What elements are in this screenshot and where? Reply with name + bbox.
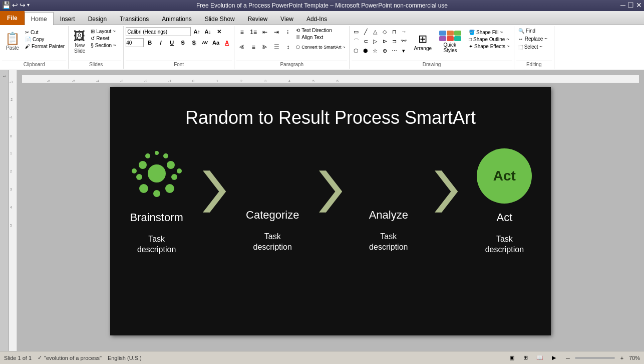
copy-button[interactable]: 📄 Copy: [24, 36, 66, 43]
draw-shape8-button[interactable]: ⊳: [380, 37, 389, 46]
slideshow-button[interactable]: ▶: [549, 353, 559, 362]
bullets-button[interactable]: ≡: [236, 27, 247, 37]
numbering-button[interactable]: 1≡: [248, 27, 259, 37]
shape-fill-button[interactable]: 🪣 Shape Fill ~: [467, 29, 512, 36]
svg-point-2: [167, 161, 175, 169]
slide[interactable]: Random to Result Process SmartArt: [110, 87, 551, 335]
zoom-control: ─ + 70%: [563, 353, 640, 362]
save-icon[interactable]: 💾: [2, 1, 11, 9]
font-size-input[interactable]: [126, 38, 144, 47]
font-color-button[interactable]: A: [222, 38, 232, 47]
align-text-button[interactable]: ≣ Align Text: [294, 34, 334, 41]
section-button[interactable]: § Section ~: [89, 42, 118, 49]
svg-marker-15: [435, 171, 458, 213]
draw-line-button[interactable]: ╱: [361, 27, 370, 36]
tab-transitions[interactable]: Transitions: [113, 12, 155, 25]
shape-outline-button[interactable]: □ Shape Outline ~: [467, 36, 512, 43]
cut-button[interactable]: ✂ Cut: [24, 29, 66, 36]
decrease-indent-button[interactable]: ⇤: [259, 27, 270, 37]
draw-shape11-button[interactable]: ⬡: [352, 46, 361, 55]
draw-shape10-button[interactable]: ⌤: [399, 37, 408, 46]
replace-button[interactable]: ↔ Replace ~: [516, 35, 549, 43]
draw-shape2-button[interactable]: △: [371, 27, 380, 36]
language-info[interactable]: English (U.S.): [108, 355, 142, 361]
step-analyze: Analyze Taskdescription: [342, 146, 435, 253]
tab-view[interactable]: View: [274, 12, 300, 25]
tab-insert[interactable]: Insert: [54, 12, 82, 25]
change-case-button[interactable]: Aa: [211, 38, 221, 47]
tab-animations[interactable]: Animations: [155, 12, 198, 25]
draw-shape3-button[interactable]: ◇: [380, 27, 389, 36]
increase-indent-button[interactable]: ⇥: [271, 27, 282, 37]
select-button[interactable]: ⬚ Select ~: [516, 43, 549, 51]
font-shrink-button[interactable]: A↓: [203, 27, 213, 36]
draw-shape5-button[interactable]: ⌒: [352, 37, 361, 46]
redo-icon[interactable]: ↪: [20, 1, 26, 9]
zoom-out-button[interactable]: ─: [563, 353, 573, 362]
underline-button[interactable]: U: [167, 38, 177, 47]
text-direction-button[interactable]: ⟲ Text Direction: [294, 27, 334, 34]
align-center-button[interactable]: ≡: [248, 42, 259, 52]
tab-file[interactable]: File: [0, 11, 25, 25]
italic-button[interactable]: I: [156, 38, 166, 47]
font-grow-button[interactable]: A↑: [192, 27, 202, 36]
clear-format-button[interactable]: ✕: [214, 27, 224, 36]
find-button[interactable]: 🔍 Find: [516, 27, 549, 35]
columns-button[interactable]: ⫶: [282, 27, 293, 37]
close-icon[interactable]: ✕: [636, 1, 642, 9]
font-name-input[interactable]: [126, 27, 191, 36]
zoom-slider[interactable]: [575, 357, 615, 359]
format-painter-button[interactable]: 🖌 Format Painter: [24, 43, 66, 50]
customize-qat-icon[interactable]: ▾: [27, 1, 30, 9]
draw-arrow-button[interactable]: →: [399, 27, 408, 36]
draw-shape4-button[interactable]: ⊓: [390, 27, 399, 36]
tab-design[interactable]: Design: [82, 12, 113, 25]
svg-point-7: [145, 153, 150, 158]
title-bar-text: Free Evolution of a Process PowerPoint T…: [196, 2, 448, 10]
tab-addins[interactable]: Add-Ins: [300, 12, 334, 25]
slide-sorter-button[interactable]: ⊞: [521, 353, 531, 362]
strikethrough-button[interactable]: S: [178, 38, 188, 47]
draw-shape9-button[interactable]: ⊐: [390, 37, 399, 46]
draw-shape13-button[interactable]: ☆: [371, 46, 380, 55]
new-slide-button[interactable]: 🖼 New Slide: [71, 27, 89, 56]
justify-button[interactable]: ☰: [271, 42, 282, 52]
arrange-button[interactable]: ⊞ Arrange: [411, 27, 435, 56]
draw-rect-button[interactable]: ▭: [352, 27, 361, 36]
undo-icon[interactable]: ↩: [12, 1, 18, 9]
draw-shape7-button[interactable]: ▷: [371, 37, 380, 46]
layout-button[interactable]: ⊞ Layout ~: [89, 28, 118, 35]
reset-button[interactable]: ↺ Reset: [89, 35, 118, 42]
restore-icon[interactable]: ☐: [627, 1, 634, 9]
minimize-icon[interactable]: ─: [620, 1, 625, 9]
reading-view-button[interactable]: 📖: [535, 353, 545, 362]
reset-label: Reset: [96, 36, 109, 41]
shadow-button[interactable]: S: [189, 38, 199, 47]
draw-shape6-button[interactable]: ⊂: [361, 37, 370, 46]
paste-button[interactable]: 📋 Paste: [2, 27, 23, 56]
svg-point-9: [155, 151, 159, 155]
tab-home[interactable]: Home: [25, 12, 54, 25]
quick-styles-button[interactable]: QuickStyles: [436, 27, 464, 56]
bold-button[interactable]: B: [145, 38, 155, 47]
convert-smartart-button[interactable]: ⬡ Convert to SmartArt ~: [294, 42, 347, 52]
line-spacing-button[interactable]: ↕: [282, 42, 293, 52]
slide-title: Random to Result Process SmartArt: [110, 87, 551, 128]
draw-more-button[interactable]: ▾: [399, 46, 408, 55]
tab-slideshow[interactable]: Slide Show: [198, 12, 241, 25]
draw-shape12-button[interactable]: ⬢: [361, 46, 370, 55]
align-right-button[interactable]: ⫸: [259, 42, 270, 52]
slide-info: Slide 1 of 1: [4, 355, 32, 361]
cut-label: Cut: [31, 30, 39, 35]
draw-shape14-button[interactable]: ⊕: [380, 46, 389, 55]
tab-review[interactable]: Review: [241, 12, 274, 25]
align-left-button[interactable]: ⫷: [236, 42, 247, 52]
char-spacing-button[interactable]: AV: [200, 38, 210, 47]
normal-view-button[interactable]: ▣: [507, 353, 517, 362]
categorize-task: Taskdescription: [253, 232, 292, 253]
shape-effects-button[interactable]: ✦ Shape Effects ~: [467, 43, 512, 50]
zoom-in-button[interactable]: +: [617, 353, 627, 362]
draw-shape15-button[interactable]: ⋯: [390, 46, 399, 55]
drawing-group-label: Drawing: [352, 61, 511, 68]
check-icon: ✓: [38, 354, 42, 361]
